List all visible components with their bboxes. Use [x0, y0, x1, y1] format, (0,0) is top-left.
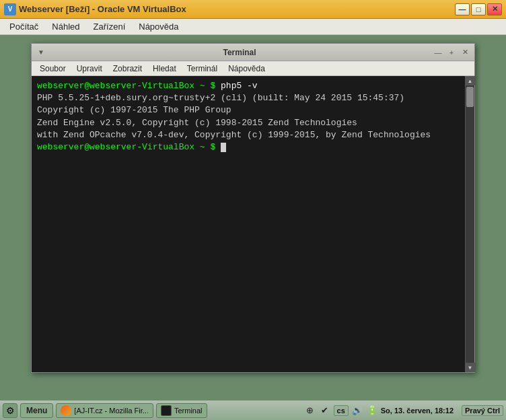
terminal-minimize-button[interactable]: —	[433, 48, 443, 57]
terminal-menu-zobrazit[interactable]: Zobrazit	[108, 63, 147, 75]
vbox-close-button[interactable]: ✕	[487, 3, 502, 15]
vbox-titlebar: V Webserver [Beží] - Oracle VM VirtualBo…	[0, 0, 506, 19]
terminal-line-1: webserver@webserver-VirtualBox ~ $ php5 …	[37, 80, 460, 92]
vbox-menu-nahled[interactable]: Náhled	[45, 20, 86, 33]
scrollbar-thumb[interactable]	[466, 87, 474, 107]
terminal-maximize-button[interactable]: +	[446, 48, 457, 57]
battery-icon: 🔋	[366, 405, 378, 417]
terminal-line-2: PHP 5.5.25-1+deb.sury.org~trusty+2 (cli)…	[37, 92, 460, 104]
speaker-icon: 🔊	[351, 405, 363, 417]
scrollbar-track	[466, 85, 474, 363]
terminal-cmd-1: php5 -v	[221, 81, 258, 91]
terminal-line-4: Zend Engine v2.5.0, Copyright (c) 1998-2…	[37, 117, 460, 129]
vbox-menu-pocitac[interactable]: Počítač	[3, 20, 45, 33]
locale-indicator: cs	[334, 405, 349, 416]
scrollbar-up-button[interactable]: ▲	[466, 76, 475, 85]
terminal-menu-upravit[interactable]: Upravit	[71, 63, 108, 75]
terminal-title-arrow: ▼	[36, 47, 46, 58]
terminal-prompt-6: webserver@webserver-VirtualBox ~ $	[37, 142, 221, 152]
terminal-window-title: Terminal	[46, 48, 433, 57]
keyboard-shortcut-indicator: Pravý Ctrl	[462, 405, 503, 416]
terminal-output-2: PHP 5.5.25-1+deb.sury.org~trusty+2 (cli)…	[37, 93, 404, 103]
taskbar-menu-button[interactable]: Menu	[20, 403, 53, 418]
virtualbox-window: V Webserver [Beží] - Oracle VM VirtualBo…	[0, 0, 506, 420]
vbox-window-buttons: — □ ✕	[455, 3, 502, 15]
taskbar-terminal-label: Terminal	[174, 407, 203, 415]
taskbar-gear-button[interactable]: ⚙	[3, 403, 17, 418]
terminal-text-area[interactable]: webserver@webserver-VirtualBox ~ $ php5 …	[32, 76, 465, 372]
vbox-maximize-button[interactable]: □	[471, 3, 486, 15]
taskbar-systray: ⊕ ✔ cs 🔊 🔋 So, 13. červen, 18:12 Pravý C…	[304, 405, 503, 417]
vbox-menubar: Počítač Náhled Zařízení Nápověda	[0, 19, 506, 35]
terminal-line-5: with Zend OPcache v7.0.4-dev, Copyright …	[37, 129, 460, 141]
taskbar-terminal-button[interactable]: Terminal	[156, 403, 207, 418]
check-icon: ✔	[319, 405, 331, 417]
terminal-taskbar-icon	[161, 405, 172, 416]
terminal-close-button[interactable]: ✕	[460, 48, 470, 57]
terminal-scrollbar[interactable]: ▲ ▼	[465, 76, 474, 372]
vbox-app-icon: V	[4, 3, 16, 15]
vbox-window-title: Webserver [Beží] - Oracle VM VirtualBox	[19, 4, 186, 14]
terminal-output-5: with Zend OPcache v7.0.4-dev, Copyright …	[37, 130, 431, 140]
terminal-menu-hledat[interactable]: Hledat	[147, 63, 182, 75]
firefox-icon	[61, 405, 71, 416]
taskbar: ⚙ Menu [AJ-IT.cz - Mozilla Fir... Termin…	[0, 400, 506, 420]
terminal-window: ▼ Terminal — + ✕ Soubor Upravit Zobrazit…	[31, 43, 475, 373]
vbox-vm-display: ▼ Terminal — + ✕ Soubor Upravit Zobrazit…	[0, 35, 506, 420]
datetime-display: So, 13. červen, 18:12	[381, 407, 454, 415]
terminal-menubar: Soubor Upravit Zobrazit Hledat Terminál …	[32, 61, 474, 76]
terminal-line-6: webserver@webserver-VirtualBox ~ $	[37, 141, 460, 153]
scrollbar-down-button[interactable]: ▼	[466, 363, 475, 372]
terminal-menu-soubor[interactable]: Soubor	[34, 63, 71, 75]
vbox-menu-zarizeni[interactable]: Zařízení	[87, 20, 133, 33]
terminal-menu-napoveda[interactable]: Nápověda	[223, 63, 270, 75]
terminal-cursor	[221, 143, 226, 152]
terminal-content: webserver@webserver-VirtualBox ~ $ php5 …	[32, 76, 465, 372]
network-icon: ⊕	[304, 405, 316, 417]
terminal-menu-terminal[interactable]: Terminál	[182, 63, 223, 75]
terminal-output-3: Copyright (c) 1997-2015 The PHP Group	[37, 105, 231, 115]
taskbar-firefox-label: [AJ-IT.cz - Mozilla Fir...	[74, 407, 149, 415]
vbox-titlebar-left: V Webserver [Beží] - Oracle VM VirtualBo…	[4, 3, 186, 15]
vbox-menu-napoveda[interactable]: Nápověda	[132, 20, 185, 33]
terminal-prompt-1: webserver@webserver-VirtualBox ~ $	[37, 81, 221, 91]
terminal-line-3: Copyright (c) 1997-2015 The PHP Group	[37, 104, 460, 116]
terminal-body: webserver@webserver-VirtualBox ~ $ php5 …	[32, 76, 474, 372]
terminal-output-4: Zend Engine v2.5.0, Copyright (c) 1998-2…	[37, 118, 357, 128]
taskbar-firefox-button[interactable]: [AJ-IT.cz - Mozilla Fir...	[56, 403, 153, 418]
terminal-window-buttons: — + ✕	[433, 48, 470, 57]
vbox-minimize-button[interactable]: —	[455, 3, 470, 15]
terminal-titlebar: ▼ Terminal — + ✕	[32, 44, 474, 61]
